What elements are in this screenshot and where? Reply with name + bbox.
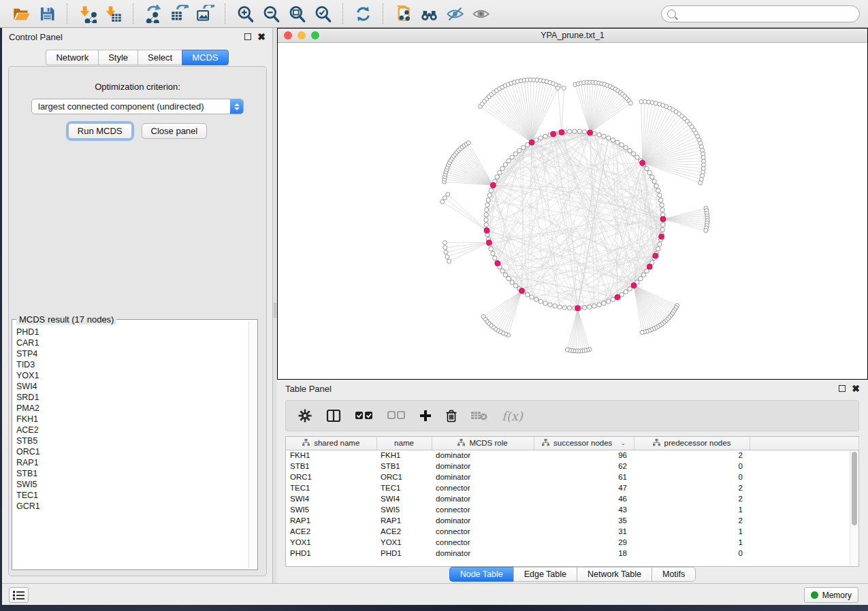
- import-table-icon[interactable]: [100, 2, 126, 25]
- mcds-result-item[interactable]: ORC1: [16, 446, 248, 457]
- network-view-title: YPA_prune.txt_1: [278, 31, 867, 40]
- memory-button[interactable]: Memory: [804, 587, 858, 603]
- column-header-name[interactable]: name: [376, 437, 432, 450]
- column-header-filler[interactable]: [750, 437, 858, 450]
- control-panel: Control Panel ✖ NetworkStyleSelectMCDS O…: [2, 28, 273, 583]
- float-table-panel-icon[interactable]: [839, 385, 846, 392]
- mcds-result-item[interactable]: STB5: [16, 435, 248, 446]
- run-mcds-button[interactable]: Run MCDS: [68, 123, 132, 139]
- export-network-icon[interactable]: [140, 2, 166, 25]
- mcds-result-item[interactable]: ACE2: [16, 425, 248, 435]
- share-network-icon[interactable]: [390, 2, 416, 25]
- search-box[interactable]: [661, 5, 860, 22]
- mcds-result-item[interactable]: STP4: [16, 348, 248, 359]
- select-all-icon[interactable]: [355, 410, 373, 421]
- tab-network[interactable]: Network: [46, 50, 98, 65]
- mcds-result-item[interactable]: RAP1: [16, 457, 248, 468]
- close-table-panel-icon[interactable]: ✖: [852, 385, 860, 392]
- control-panel-tabs: NetworkStyleSelectMCDS: [2, 50, 272, 65]
- table-tabs: Node TableEdge TableNetwork TableMotifs: [277, 567, 868, 582]
- open-file-icon[interactable]: [8, 2, 34, 25]
- list-icon: [13, 591, 25, 600]
- save-session-icon[interactable]: [34, 2, 60, 25]
- network-view-window: YPA_prune.txt_1: [277, 28, 868, 380]
- gear-icon[interactable]: [298, 409, 312, 423]
- network-view-titlebar[interactable]: YPA_prune.txt_1: [278, 29, 867, 43]
- mcds-result-item[interactable]: PHD1: [16, 327, 248, 337]
- tab-network-table[interactable]: Network Table: [577, 567, 652, 582]
- mcds-result-item[interactable]: SRD1: [16, 392, 248, 403]
- column-header-shared-name[interactable]: shared name: [286, 437, 376, 450]
- add-column-icon[interactable]: [419, 410, 432, 422]
- table-row[interactable]: FKH1FKH1dominator962: [286, 450, 858, 461]
- float-panel-icon[interactable]: [244, 33, 251, 40]
- delete-column-icon[interactable]: [446, 410, 457, 423]
- tab-edge-table[interactable]: Edge Table: [513, 567, 577, 582]
- result-scrollbar[interactable]: [248, 321, 256, 568]
- table-row[interactable]: STB1STB1dominator620: [286, 461, 858, 472]
- delete-table-icon: [471, 410, 487, 421]
- mcds-tab-body: Optimization criterion: largest connecte…: [8, 66, 267, 576]
- refresh-icon[interactable]: [350, 2, 376, 25]
- memory-label: Memory: [822, 591, 852, 600]
- node-table: shared namenameMCDS rolesuccessor nodes⌄…: [285, 436, 859, 567]
- mcds-result-item[interactable]: SWI4: [16, 381, 248, 392]
- column-type-icon: [302, 439, 310, 447]
- mcds-result-item[interactable]: TID3: [16, 359, 248, 370]
- network-canvas[interactable]: [278, 43, 867, 379]
- network-graph[interactable]: [278, 43, 867, 379]
- mcds-result-item[interactable]: PMA2: [16, 403, 248, 414]
- mcds-result-item[interactable]: GCR1: [16, 501, 248, 512]
- table-row[interactable]: PHD1PHD1dominator180: [286, 548, 858, 559]
- toolbar-separator: [342, 3, 343, 24]
- tab-motifs[interactable]: Motifs: [652, 567, 696, 582]
- toolbar-separator: [67, 3, 67, 24]
- mcds-result-list[interactable]: PHD1CAR1STP4TID3YOX1SWI4SRD1PMA2FKH1ACE2…: [16, 327, 248, 567]
- table-panel: Table Panel ✖ f(x) shared namenameMCDS r…: [277, 380, 868, 583]
- table-row[interactable]: SWI5SWI5connector431: [286, 504, 858, 515]
- tab-style[interactable]: Style: [98, 50, 138, 65]
- close-panel-icon[interactable]: ✖: [257, 33, 266, 40]
- column-header-MCDS-role[interactable]: MCDS role: [432, 437, 534, 450]
- zoom-fit-icon[interactable]: [284, 2, 310, 25]
- split-columns-icon[interactable]: [326, 409, 341, 423]
- mcds-result-item[interactable]: YOX1: [16, 370, 248, 381]
- mcds-result-item[interactable]: FKH1: [16, 414, 248, 425]
- tab-mcds[interactable]: MCDS: [182, 50, 228, 65]
- deselect-all-icon[interactable]: [387, 410, 405, 421]
- mcds-result-item[interactable]: TEC1: [16, 490, 248, 501]
- table-row[interactable]: SWI4SWI4dominator462: [286, 493, 858, 504]
- mcds-result-item[interactable]: CAR1: [16, 337, 248, 348]
- table-row[interactable]: RAP1RAP1dominator352: [286, 515, 858, 526]
- mcds-result-item[interactable]: SWI5: [16, 479, 248, 490]
- column-header-successor-nodes[interactable]: successor nodes⌄: [534, 437, 634, 450]
- table-scrollbar[interactable]: [850, 450, 858, 565]
- tab-node-table[interactable]: Node Table: [449, 567, 513, 582]
- task-history-button[interactable]: [9, 587, 29, 603]
- mcds-result-item[interactable]: STB1: [16, 468, 248, 479]
- zoom-in-icon[interactable]: [232, 2, 258, 25]
- search-network-icon[interactable]: [416, 2, 442, 25]
- function-builder-icon: f(x): [502, 409, 523, 423]
- export-image-icon[interactable]: [192, 2, 218, 25]
- table-row[interactable]: ORC1ORC1dominator610: [286, 472, 858, 482]
- column-type-icon: [542, 439, 549, 447]
- search-input[interactable]: [679, 10, 859, 19]
- table-row[interactable]: ACE2ACE2connector311: [286, 526, 858, 537]
- zoom-selected-icon[interactable]: [310, 2, 336, 25]
- hide-details-icon[interactable]: [442, 2, 468, 25]
- export-table-icon[interactable]: [166, 2, 192, 25]
- select-stepper-icon: [230, 99, 243, 114]
- show-details-icon[interactable]: [468, 2, 494, 25]
- zoom-out-icon[interactable]: [258, 2, 284, 25]
- column-type-icon: [653, 439, 660, 447]
- tab-select[interactable]: Select: [138, 50, 182, 65]
- search-icon: [667, 10, 676, 18]
- column-header-predecessor-nodes[interactable]: predecessor nodes: [634, 437, 750, 450]
- close-panel-button[interactable]: Close panel: [142, 123, 208, 139]
- table-row[interactable]: TEC1TEC1connector472: [286, 482, 858, 493]
- main-toolbar: [0, 0, 868, 28]
- table-row[interactable]: YOX1YOX1connector291: [286, 537, 858, 548]
- optimization-criterion-select[interactable]: largest connected component (undirected): [31, 99, 244, 114]
- import-network-icon[interactable]: [74, 2, 100, 25]
